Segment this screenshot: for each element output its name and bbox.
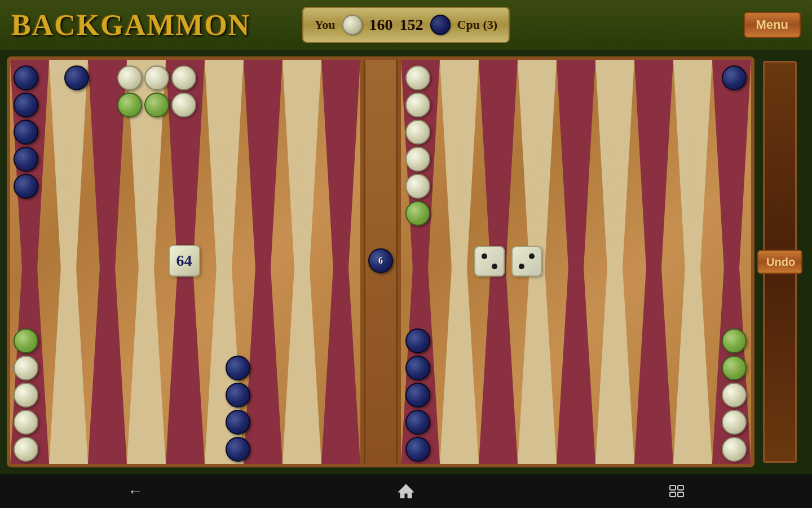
bar-checker[interactable]: 6 [368,248,393,273]
side-panel: Undo [754,56,805,467]
left-board: 64 [10,60,364,464]
checker-white-r12-4[interactable] [405,147,430,172]
player-you-label: You [315,17,336,32]
point-19-bot [244,141,283,464]
dot [492,264,497,269]
player-cpu-checker [430,15,451,35]
checker-dark-p5-2[interactable] [226,383,250,408]
checker-green-bearoff-1[interactable] [722,329,747,353]
checker-dark-rb-3[interactable] [405,383,430,408]
checker-white-r12-1[interactable] [405,65,430,90]
checker-dark-p24-2[interactable] [14,93,38,117]
point-21-bot [321,141,360,464]
checker-dark-p24-5[interactable] [14,174,38,199]
checker-green-r12-1[interactable] [405,201,430,226]
rpoint-6-bot [634,141,673,464]
checker-white-p1-2[interactable] [14,383,38,408]
checker-dark-p24-3[interactable] [14,120,38,144]
rpoint-10-bot [479,141,518,464]
board: 64 6 [7,56,754,467]
checker-white-r12-2[interactable] [405,93,430,117]
home-button[interactable] [389,480,423,502]
header: BACKGAMMON You 160 152 Cpu (3) Menu [0,0,812,50]
checker-white-r12-5[interactable] [405,174,430,199]
checker-white-p20-1[interactable] [117,65,142,90]
game-title: BACKGAMMON [11,8,250,42]
checker-dark-rb-1[interactable] [405,329,430,353]
player-cpu-label: Cpu (3) [457,17,498,32]
rpoint-7-bot [595,141,634,464]
point-15-bot [88,141,127,464]
checker-dark-p22-1[interactable] [64,65,89,90]
checker-green-p20-1[interactable] [117,93,142,117]
svg-rect-2 [678,485,683,490]
checker-white-p19-2[interactable] [171,93,196,117]
dot [529,253,535,259]
point-20-bot [283,141,321,464]
doubling-cube[interactable]: 64 [169,245,200,277]
undo-button[interactable]: Undo [757,250,802,274]
dot [482,253,487,259]
checker-dark-p24-1[interactable] [14,65,38,90]
checker-dark-p5-4[interactable] [226,437,250,462]
score-you: 160 [369,16,393,34]
checker-white-p19-1[interactable] [171,65,196,90]
point-16-bot [127,141,166,464]
checker-green-p20-2[interactable] [144,93,169,117]
player-you-checker [342,15,363,35]
die-2-dots [515,250,538,273]
score-cpu: 152 [400,16,423,34]
checker-white-bearoff-1[interactable] [722,383,747,408]
checker-dark-rb-5[interactable] [405,437,430,462]
svg-rect-4 [678,492,683,497]
nav-bar: ← [0,474,812,508]
point-17-bot [166,141,205,464]
svg-rect-3 [670,492,676,497]
recent-icon [668,483,686,499]
checker-dark-r1-top[interactable] [722,65,747,90]
checker-dark-p24-4[interactable] [14,147,38,172]
score-panel: You 160 152 Cpu (3) [302,7,510,43]
recent-button[interactable] [660,480,694,502]
checker-dark-p5-3[interactable] [226,410,250,435]
rpoint-11-bot [440,141,479,464]
back-button[interactable]: ← [118,480,152,502]
checker-green-bearoff-2[interactable] [722,356,747,380]
rpoint-8-bot [557,141,595,464]
board-container: 64 6 [0,50,812,474]
checker-white-p20-2[interactable] [144,65,169,90]
point-14-bot [49,141,88,464]
home-icon [397,483,415,499]
checker-white-r12-3[interactable] [405,120,430,144]
center-bar: 6 [364,60,398,464]
right-board [398,60,751,464]
checker-dark-p5-1[interactable] [226,356,250,380]
rpoint-9-bot [518,141,557,464]
svg-rect-1 [670,485,676,490]
checker-dark-rb-4[interactable] [405,410,430,435]
die-1[interactable] [474,246,505,277]
checker-white-p1-3[interactable] [14,410,38,435]
bar-count: 6 [378,256,383,266]
dot [519,264,524,269]
checker-white-bearoff-2[interactable] [722,410,747,435]
checker-white-p1-4[interactable] [14,437,38,462]
svg-marker-0 [398,484,414,498]
die-2[interactable] [511,246,542,277]
rpoint-5-bot [673,141,712,464]
checker-white-bearoff-3[interactable] [722,437,747,462]
menu-button[interactable]: Menu [744,12,801,38]
checker-white-p1-1[interactable] [14,356,38,380]
checker-green-p1-1[interactable] [14,329,38,353]
die-1-dots [478,250,501,273]
checker-dark-rb-2[interactable] [405,356,430,380]
